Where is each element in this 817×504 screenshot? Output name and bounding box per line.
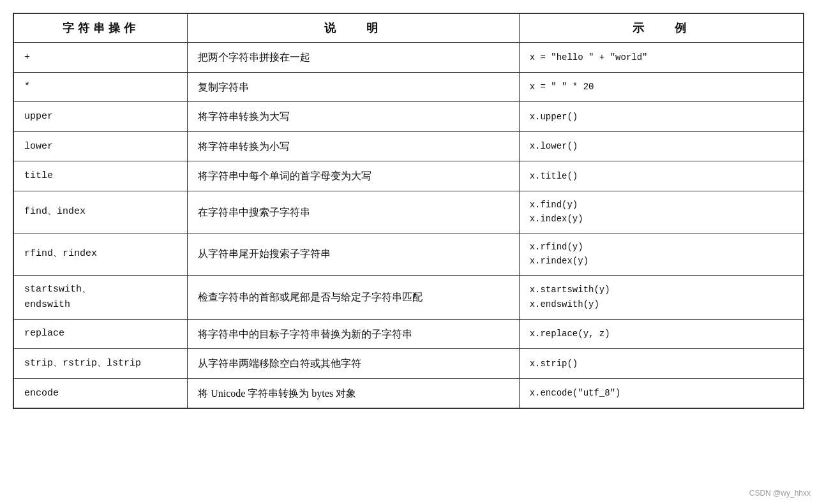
desc-startswith-endswith: 检查字符串的首部或尾部是否与给定子字符串匹配 — [188, 275, 520, 319]
table-row: * 复制字符串 x = " " * 20 — [14, 72, 804, 102]
table-row: encode 将 Unicode 字符串转换为 bytes 对象 x.encod… — [14, 378, 804, 408]
op-find-index: find、index — [14, 191, 188, 233]
header-example: 示 例 — [519, 14, 803, 43]
op-encode: encode — [14, 378, 188, 408]
op-multiply: * — [14, 72, 188, 102]
table-row: + 把两个字符串拼接在一起 x = "hello " + "world" — [14, 43, 804, 73]
desc-replace: 将字符串中的目标子字符串替换为新的子字符串 — [188, 319, 520, 349]
example-find-index: x.find(y)x.index(y) — [519, 191, 803, 233]
table-row: startswith、endswith 检查字符串的首部或尾部是否与给定子字符串… — [14, 275, 804, 319]
op-rfind-rindex: rfind、rindex — [14, 233, 188, 275]
header-description: 说 明 — [188, 14, 520, 43]
table-row: replace 将字符串中的目标子字符串替换为新的子字符串 x.replace(… — [14, 319, 804, 349]
op-strip: strip、rstrip、lstrip — [14, 349, 188, 379]
example-encode: x.encode("utf_8") — [519, 378, 803, 408]
example-upper: x.upper() — [519, 102, 803, 132]
example-strip: x.strip() — [519, 349, 803, 379]
desc-find-index: 在字符串中搜索子字符串 — [188, 191, 520, 233]
table-row: upper 将字符串转换为大写 x.upper() — [14, 102, 804, 132]
table-row: rfind、rindex 从字符串尾开始搜索子字符串 x.rfind(y)x.r… — [14, 233, 804, 275]
desc-upper: 将字符串转换为大写 — [188, 102, 520, 132]
desc-plus: 把两个字符串拼接在一起 — [188, 43, 520, 73]
op-plus: + — [14, 43, 188, 73]
header-operation: 字符串操作 — [14, 14, 188, 43]
example-replace: x.replace(y, z) — [519, 319, 803, 349]
table-row: title 将字符串中每个单词的首字母变为大写 x.title() — [14, 161, 804, 191]
desc-rfind-rindex: 从字符串尾开始搜索子字符串 — [188, 233, 520, 275]
desc-encode: 将 Unicode 字符串转换为 bytes 对象 — [188, 378, 520, 408]
desc-multiply: 复制字符串 — [188, 72, 520, 102]
op-lower: lower — [14, 131, 188, 161]
example-multiply: x = " " * 20 — [519, 72, 803, 102]
desc-lower: 将字符串转换为小写 — [188, 131, 520, 161]
example-plus: x = "hello " + "world" — [519, 43, 803, 73]
desc-title: 将字符串中每个单词的首字母变为大写 — [188, 161, 520, 191]
watermark: CSDN @wy_hhxx — [749, 489, 811, 498]
example-lower: x.lower() — [519, 131, 803, 161]
op-replace: replace — [14, 319, 188, 349]
op-title: title — [14, 161, 188, 191]
op-upper: upper — [14, 102, 188, 132]
example-startswith-endswith: x.startswith(y)x.endswith(y) — [519, 275, 803, 319]
example-rfind-rindex: x.rfind(y)x.rindex(y) — [519, 233, 803, 275]
example-title: x.title() — [519, 161, 803, 191]
table-row: lower 将字符串转换为小写 x.lower() — [14, 131, 804, 161]
string-operations-table: 字符串操作 说 明 示 例 + 把两个字符串拼接在一起 x = "hello "… — [13, 13, 804, 409]
desc-strip: 从字符串两端移除空白符或其他字符 — [188, 349, 520, 379]
op-startswith-endswith: startswith、endswith — [14, 275, 188, 319]
table-row: find、index 在字符串中搜索子字符串 x.find(y)x.index(… — [14, 191, 804, 233]
table-row: strip、rstrip、lstrip 从字符串两端移除空白符或其他字符 x.s… — [14, 349, 804, 379]
